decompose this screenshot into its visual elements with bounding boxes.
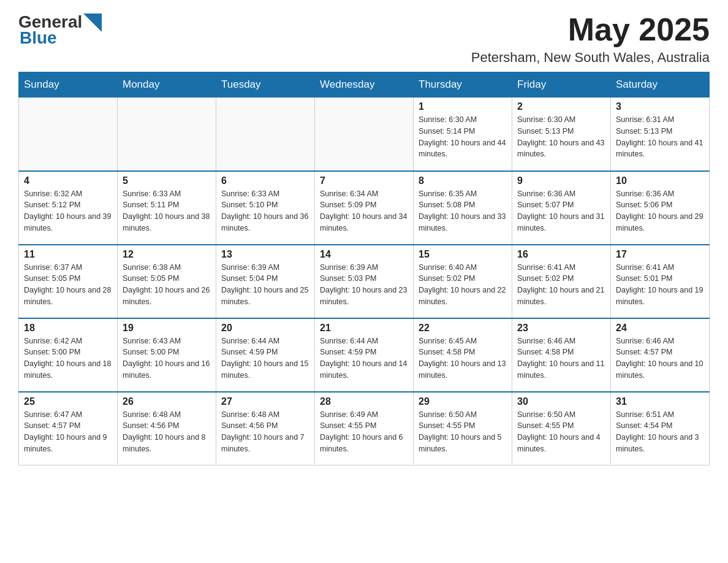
calendar-cell: 11Sunrise: 6:37 AMSunset: 5:05 PMDayligh… [19, 245, 118, 318]
day-number: 14 [320, 249, 408, 260]
day-info: Sunrise: 6:31 AMSunset: 5:13 PMDaylight:… [616, 114, 704, 160]
day-info: Sunrise: 6:41 AMSunset: 5:01 PMDaylight:… [616, 262, 704, 308]
day-info: Sunrise: 6:43 AMSunset: 5:00 PMDaylight:… [123, 335, 211, 381]
calendar-cell: 1Sunrise: 6:30 AMSunset: 5:14 PMDaylight… [414, 98, 512, 171]
day-number: 31 [616, 396, 704, 407]
calendar-cell: 26Sunrise: 6:48 AMSunset: 4:56 PMDayligh… [118, 392, 216, 465]
day-info: Sunrise: 6:35 AMSunset: 5:08 PMDaylight:… [419, 188, 507, 234]
day-of-week-header: Wednesday [315, 72, 414, 98]
day-info: Sunrise: 6:39 AMSunset: 5:04 PMDaylight:… [221, 262, 309, 308]
day-number: 2 [517, 101, 605, 112]
day-number: 10 [616, 175, 704, 186]
day-number: 7 [320, 175, 408, 186]
day-info: Sunrise: 6:32 AMSunset: 5:12 PMDaylight:… [24, 188, 112, 234]
calendar-cell: 28Sunrise: 6:49 AMSunset: 4:55 PMDayligh… [315, 392, 414, 465]
calendar-cell: 5Sunrise: 6:33 AMSunset: 5:11 PMDaylight… [118, 171, 216, 245]
day-info: Sunrise: 6:33 AMSunset: 5:11 PMDaylight:… [123, 188, 211, 234]
day-number: 18 [24, 323, 112, 334]
day-number: 29 [419, 396, 507, 407]
month-title: May 2025 [471, 12, 710, 47]
day-info: Sunrise: 6:44 AMSunset: 4:59 PMDaylight:… [221, 335, 309, 381]
calendar-cell: 19Sunrise: 6:43 AMSunset: 5:00 PMDayligh… [118, 318, 216, 392]
day-number: 19 [123, 323, 211, 334]
calendar-cell: 29Sunrise: 6:50 AMSunset: 4:55 PMDayligh… [414, 392, 512, 465]
day-number: 4 [24, 175, 112, 186]
calendar-header-row: SundayMondayTuesdayWednesdayThursdayFrid… [19, 72, 710, 98]
day-number: 13 [221, 249, 309, 260]
day-info: Sunrise: 6:49 AMSunset: 4:55 PMDaylight:… [320, 409, 408, 455]
calendar-week-row: 11Sunrise: 6:37 AMSunset: 5:05 PMDayligh… [19, 245, 710, 318]
page-header: General Blue May 2025 Petersham, New Sou… [18, 12, 710, 66]
day-info: Sunrise: 6:48 AMSunset: 4:56 PMDaylight:… [221, 409, 309, 455]
day-info: Sunrise: 6:51 AMSunset: 4:54 PMDaylight:… [616, 409, 704, 455]
logo-triangle-icon [83, 13, 102, 32]
title-section: May 2025 Petersham, New South Wales, Aus… [471, 12, 710, 66]
day-of-week-header: Tuesday [216, 72, 315, 98]
day-of-week-header: Sunday [19, 72, 118, 98]
day-number: 12 [123, 249, 211, 260]
day-info: Sunrise: 6:39 AMSunset: 5:03 PMDaylight:… [320, 262, 408, 308]
logo: General Blue [18, 12, 102, 48]
day-number: 23 [517, 323, 605, 334]
day-info: Sunrise: 6:50 AMSunset: 4:55 PMDaylight:… [419, 409, 507, 455]
calendar-cell: 2Sunrise: 6:30 AMSunset: 5:13 PMDaylight… [512, 98, 611, 171]
day-of-week-header: Monday [118, 72, 216, 98]
day-info: Sunrise: 6:47 AMSunset: 4:57 PMDaylight:… [24, 409, 112, 455]
day-info: Sunrise: 6:50 AMSunset: 4:55 PMDaylight:… [517, 409, 605, 455]
day-number: 3 [616, 101, 704, 112]
svg-marker-0 [83, 13, 102, 32]
day-info: Sunrise: 6:44 AMSunset: 4:59 PMDaylight:… [320, 335, 408, 381]
day-info: Sunrise: 6:42 AMSunset: 5:00 PMDaylight:… [24, 335, 112, 381]
calendar-cell: 24Sunrise: 6:46 AMSunset: 4:57 PMDayligh… [611, 318, 710, 392]
day-number: 28 [320, 396, 408, 407]
calendar-week-row: 25Sunrise: 6:47 AMSunset: 4:57 PMDayligh… [19, 392, 710, 465]
day-number: 5 [123, 175, 211, 186]
calendar-cell: 21Sunrise: 6:44 AMSunset: 4:59 PMDayligh… [315, 318, 414, 392]
calendar-cell: 31Sunrise: 6:51 AMSunset: 4:54 PMDayligh… [611, 392, 710, 465]
calendar-cell: 18Sunrise: 6:42 AMSunset: 5:00 PMDayligh… [19, 318, 118, 392]
day-info: Sunrise: 6:36 AMSunset: 5:06 PMDaylight:… [616, 188, 704, 234]
calendar-cell: 3Sunrise: 6:31 AMSunset: 5:13 PMDaylight… [611, 98, 710, 171]
calendar-cell: 6Sunrise: 6:33 AMSunset: 5:10 PMDaylight… [216, 171, 315, 245]
calendar-cell: 10Sunrise: 6:36 AMSunset: 5:06 PMDayligh… [611, 171, 710, 245]
day-info: Sunrise: 6:30 AMSunset: 5:14 PMDaylight:… [419, 114, 507, 160]
calendar-cell [216, 98, 315, 171]
day-number: 17 [616, 249, 704, 260]
calendar-cell: 9Sunrise: 6:36 AMSunset: 5:07 PMDaylight… [512, 171, 611, 245]
day-info: Sunrise: 6:38 AMSunset: 5:05 PMDaylight:… [123, 262, 211, 308]
day-of-week-header: Friday [512, 72, 611, 98]
calendar-cell: 22Sunrise: 6:45 AMSunset: 4:58 PMDayligh… [414, 318, 512, 392]
day-info: Sunrise: 6:34 AMSunset: 5:09 PMDaylight:… [320, 188, 408, 234]
calendar-cell: 14Sunrise: 6:39 AMSunset: 5:03 PMDayligh… [315, 245, 414, 318]
location-title: Petersham, New South Wales, Australia [471, 50, 710, 66]
day-number: 1 [419, 101, 507, 112]
day-number: 27 [221, 396, 309, 407]
calendar-cell [315, 98, 414, 171]
calendar-cell: 30Sunrise: 6:50 AMSunset: 4:55 PMDayligh… [512, 392, 611, 465]
calendar-table: SundayMondayTuesdayWednesdayThursdayFrid… [18, 72, 710, 465]
day-number: 26 [123, 396, 211, 407]
day-number: 8 [419, 175, 507, 186]
day-number: 21 [320, 323, 408, 334]
day-info: Sunrise: 6:40 AMSunset: 5:02 PMDaylight:… [419, 262, 507, 308]
day-number: 16 [517, 249, 605, 260]
day-number: 15 [419, 249, 507, 260]
calendar-cell: 23Sunrise: 6:46 AMSunset: 4:58 PMDayligh… [512, 318, 611, 392]
calendar-week-row: 18Sunrise: 6:42 AMSunset: 5:00 PMDayligh… [19, 318, 710, 392]
calendar-cell: 27Sunrise: 6:48 AMSunset: 4:56 PMDayligh… [216, 392, 315, 465]
day-number: 11 [24, 249, 112, 260]
calendar-cell [19, 98, 118, 171]
day-number: 30 [517, 396, 605, 407]
calendar-cell: 25Sunrise: 6:47 AMSunset: 4:57 PMDayligh… [19, 392, 118, 465]
calendar-cell: 4Sunrise: 6:32 AMSunset: 5:12 PMDaylight… [19, 171, 118, 245]
calendar-week-row: 1Sunrise: 6:30 AMSunset: 5:14 PMDaylight… [19, 98, 710, 171]
day-info: Sunrise: 6:48 AMSunset: 4:56 PMDaylight:… [123, 409, 211, 455]
day-number: 20 [221, 323, 309, 334]
day-number: 9 [517, 175, 605, 186]
calendar-cell: 8Sunrise: 6:35 AMSunset: 5:08 PMDaylight… [414, 171, 512, 245]
day-info: Sunrise: 6:46 AMSunset: 4:57 PMDaylight:… [616, 335, 704, 381]
calendar-cell [118, 98, 216, 171]
day-info: Sunrise: 6:45 AMSunset: 4:58 PMDaylight:… [419, 335, 507, 381]
calendar-cell: 12Sunrise: 6:38 AMSunset: 5:05 PMDayligh… [118, 245, 216, 318]
day-number: 22 [419, 323, 507, 334]
